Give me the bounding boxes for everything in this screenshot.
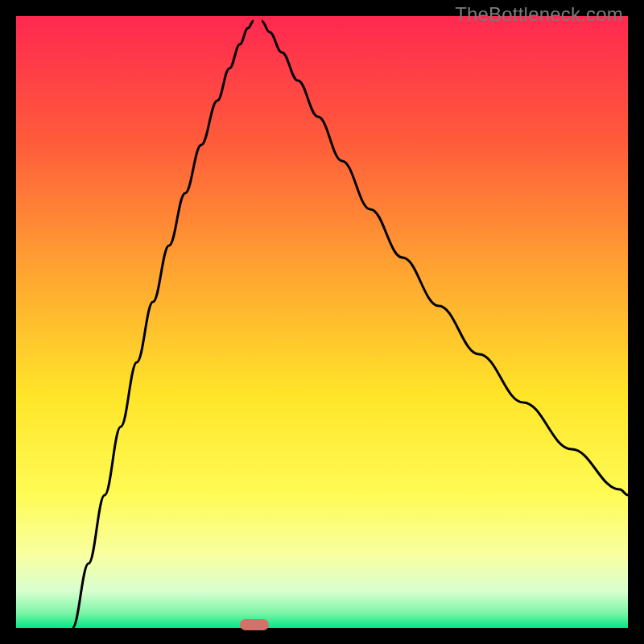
- plot-area: [16, 16, 628, 628]
- chart-frame: [16, 16, 628, 628]
